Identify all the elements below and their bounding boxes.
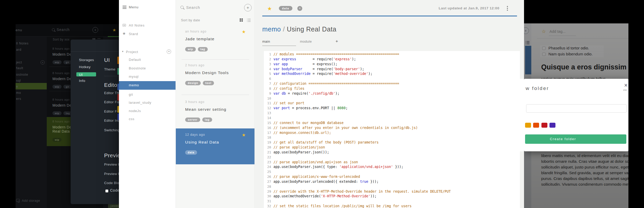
left-tag-pill: wip [52, 111, 62, 115]
line-number: 10 [264, 96, 273, 101]
code-line: 9var db = require('./config/db'); [264, 91, 520, 96]
code-line: 21app.use(bodyParser.json()); [264, 150, 520, 155]
settings-nav-storages[interactable]: Storages [79, 58, 94, 62]
sidebar-folder-Default[interactable]: Default [129, 58, 141, 62]
add-storage-plus-icon: + [18, 201, 20, 203]
line-number: 27 [264, 179, 273, 184]
sidebar-folder-laravel_study[interactable]: laravel_study [129, 101, 151, 105]
tab-main[interactable]: main [262, 40, 270, 43]
sidebar: Menu All Notes ★ Stard ▾ Project + Defau… [119, 0, 176, 208]
sort-by-dropdown[interactable]: Sort by date [181, 18, 200, 22]
code-editor[interactable]: 1// modules ============================… [264, 51, 520, 208]
folder-color-swatch[interactable] [525, 123, 531, 128]
create-folder-button[interactable]: Create folder [525, 134, 626, 144]
note-list-title[interactable]: Mean server setting [185, 107, 226, 112]
folder-name-input[interactable] [526, 104, 627, 113]
left-sidebar-item[interactable]: fault [16, 66, 23, 70]
left-sort-label[interactable]: Sort by xxx [53, 38, 70, 41]
project-label[interactable]: Project [126, 50, 138, 54]
code-line: 14 [264, 116, 520, 121]
left-menu-label[interactable]: enu [16, 28, 22, 32]
desktop-canvas: enu Search + Sort by xxx ll Notesardject… [0, 0, 644, 208]
hamburger-icon[interactable] [123, 6, 126, 9]
note-star-icon[interactable]: ★ [242, 29, 246, 35]
list-view-icon[interactable] [247, 18, 251, 22]
sidebar-item-starred[interactable]: Stard [129, 32, 138, 36]
left-note-title[interactable]: Real Data [52, 129, 70, 133]
code-line: 25 [264, 170, 520, 174]
settings-row[interactable]: Editor Indent Size [104, 119, 119, 122]
settings-row[interactable]: Code Block Theme [104, 181, 119, 185]
settings-row[interactable]: Editor Theme [104, 91, 119, 95]
settings-checkbox[interactable] [105, 190, 108, 192]
folder-color-swatch[interactable] [533, 123, 539, 128]
settings-section-heading: Editor [104, 82, 119, 88]
sidebar-folder-Boostnote[interactable]: Boostnote [129, 66, 146, 70]
note-list-title[interactable]: Using Real Data [185, 140, 219, 145]
close-icon[interactable]: × [624, 82, 628, 89]
settings-row[interactable]: Editor Font Size [104, 100, 119, 104]
settings-row[interactable]: Preview Font Family [104, 172, 119, 176]
settings-row[interactable]: Editor Font Family [104, 109, 119, 113]
left-tag-pill: wip [52, 60, 62, 64]
left-search-label[interactable]: Search [57, 28, 70, 32]
note-star-icon[interactable]: ★ [267, 5, 272, 12]
sidebar-folder-css[interactable]: css [129, 117, 135, 121]
left-sidebar-item[interactable]: ject [16, 61, 22, 64]
note-list-title[interactable]: Jade template [185, 37, 214, 41]
settings-nav-ui[interactable]: UI [79, 73, 83, 77]
left-language-pill[interactable]: javascri [108, 204, 119, 208]
left-note-tags: wip [52, 137, 63, 142]
sidebar-folder-nodeJs[interactable]: nodeJs [129, 109, 141, 113]
left-star-icon[interactable]: ★ [112, 28, 116, 32]
grid-view-icon[interactable] [240, 18, 243, 22]
tag-pill: tag [198, 47, 208, 51]
left-sidebar-item[interactable]: ll Notes [16, 42, 29, 45]
add-storage-button[interactable]: Add storage [22, 199, 40, 203]
settings-modal: StoragesHotkeyUIInfo UIThemeEditorEditor… [71, 40, 119, 204]
menu-label[interactable]: Menu [129, 5, 139, 9]
folder-color-swatch[interactable] [541, 123, 547, 128]
left-new-note-button[interactable]: + [92, 27, 98, 33]
left-sidebar-item[interactable]: mo [16, 91, 21, 95]
settings-divider [104, 76, 119, 76]
sidebar-folder-git[interactable]: git [129, 93, 133, 96]
new-note-button[interactable]: + [244, 4, 252, 11]
breadcrumb: memo / Using Real Data [262, 25, 337, 33]
line-number: 26 [264, 174, 273, 179]
settings-nav-hotkey[interactable]: Hotkey [79, 65, 91, 69]
note-list-title[interactable]: Modern Design Tools [185, 70, 229, 75]
settings-row[interactable]: Switching Preview [104, 128, 119, 132]
settings-row[interactable]: Preview Font Size [104, 162, 119, 166]
add-tag-button[interactable]: + [297, 6, 302, 11]
sidebar-folder-memo[interactable]: memo [129, 83, 139, 87]
note-title[interactable]: Using Real Data [287, 25, 337, 33]
sidebar-item-all-notes[interactable]: All Notes [129, 23, 145, 27]
note-time: 3 hours ago [185, 100, 204, 104]
tab-module[interactable]: module [300, 40, 312, 43]
settings-row[interactable]: Theme [104, 67, 116, 71]
left-sidebar-item[interactable]: sql [16, 79, 21, 82]
left-sidebar-item[interactable]: ostnote [16, 73, 28, 76]
kebab-menu-icon[interactable] [507, 6, 508, 11]
left-sidebar-item[interactable]: ers [16, 97, 21, 101]
tag-pill: tool [203, 81, 214, 85]
settings-row[interactable]: Code Block [110, 188, 119, 192]
note-star-icon[interactable]: ★ [242, 132, 246, 138]
sidebar-folder-mysql[interactable]: mysql [129, 75, 139, 79]
left-sidebar-item[interactable]: e [16, 85, 18, 88]
folder-color-swatch[interactable] [549, 123, 555, 128]
search-input[interactable]: Search [186, 5, 200, 10]
left-sidebar-item[interactable]: ard [16, 48, 21, 51]
left-active-tab-underline [108, 36, 119, 37]
tag-pill: server [185, 118, 200, 122]
left-add-folder-button[interactable]: + [41, 60, 45, 64]
settings-nav-info[interactable]: Info [79, 79, 85, 83]
add-folder-button[interactable]: + [167, 49, 171, 54]
note-tag-pill[interactable]: data [279, 6, 292, 11]
left-app-window: enu Search + Sort by xxx ll Notesardject… [16, 24, 119, 208]
note-tags: servertag [185, 117, 214, 122]
tab-add-button[interactable]: + [336, 39, 338, 44]
project-chevron-icon[interactable]: ▾ [122, 50, 123, 53]
breadcrumb-folder[interactable]: memo [262, 25, 281, 33]
